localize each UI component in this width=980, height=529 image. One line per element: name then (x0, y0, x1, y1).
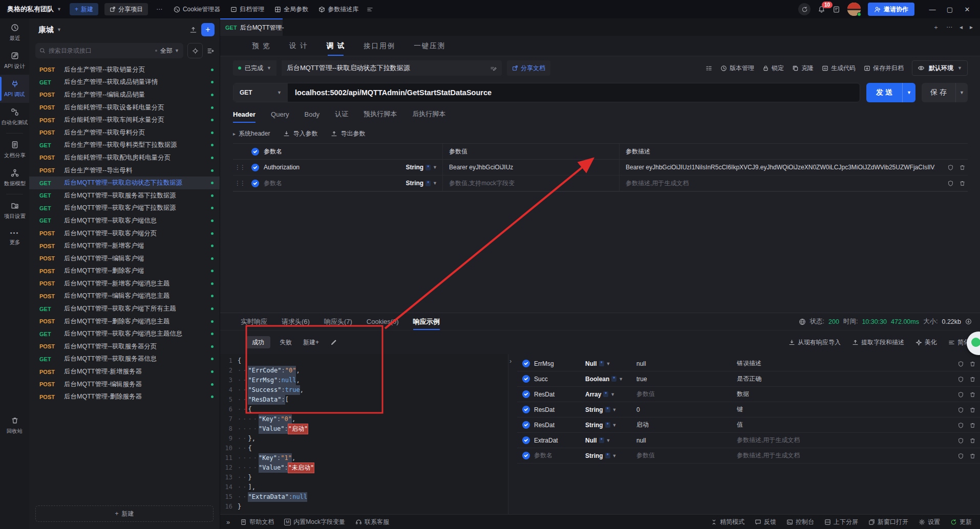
tab-more-button[interactable]: ⋯ (946, 24, 952, 31)
example-edit-button[interactable] (328, 339, 339, 346)
field-name[interactable]: ErrMsg (534, 360, 581, 367)
api-list-item[interactable]: GET 后台MQTT管理--获取服务器信息 (29, 353, 220, 366)
export-params-button[interactable]: 导出参数 (331, 129, 365, 138)
api-list-item[interactable]: POST 后台MQTT管理--获取客户端分页 (29, 227, 220, 240)
field-description[interactable]: 数据 (737, 390, 943, 399)
notifications-button[interactable]: 10 (818, 5, 825, 13)
project-name[interactable]: 康城 (38, 25, 54, 35)
generate-code-button[interactable]: 生成代码 (822, 64, 856, 73)
advanced-settings-icon[interactable] (957, 390, 964, 398)
rail-item-api-debug[interactable]: API 调试 (0, 75, 29, 103)
tab-auth[interactable]: 认证 (335, 106, 348, 122)
field-description[interactable]: 是否正确 (737, 374, 943, 383)
param-value-input[interactable]: Bearer eyJhbGciOiJIUz (443, 160, 620, 175)
api-list-item[interactable]: POST 后台MQTT管理--删除客户端 (29, 265, 220, 278)
advanced-settings-icon[interactable] (947, 164, 954, 171)
console-button[interactable]: 控制台 (786, 518, 814, 526)
delete-field-icon[interactable] (969, 375, 976, 382)
advanced-settings-icon[interactable] (957, 375, 964, 382)
delete-field-icon[interactable] (969, 390, 976, 398)
tab-cookies[interactable]: Cookies(0) (367, 313, 399, 330)
api-name-field[interactable]: 后台MQTT管理--获取启动状态下拉数据源 (282, 60, 502, 76)
param-desc-input[interactable]: Bearer eyJhbGciOiJIUzI1NiIsInR5cCI6IkpXV… (620, 160, 935, 175)
field-name[interactable]: 参数名 (534, 451, 581, 460)
param-value-input[interactable]: 参数值,支持mock字段变 (443, 175, 620, 191)
api-list-item[interactable]: POST 后台MQTT管理--新增客户端消息主题 (29, 277, 220, 290)
api-list-item[interactable]: GET 后台MQTT管理--获取服务器下拉数据源 (29, 189, 220, 202)
system-header-toggle[interactable]: ▸ 系统header (233, 129, 270, 138)
contact-support-button[interactable]: 联系客服 (355, 518, 389, 526)
field-type-select[interactable]: String*▼ (585, 406, 632, 413)
field-type-select[interactable]: String*▼ (585, 422, 632, 429)
api-list-item[interactable]: POST 后台MQTT管理--编辑客户端消息主题 (29, 290, 220, 303)
drag-handle[interactable]: ⋮⋮ (233, 164, 246, 171)
save-options-dropdown[interactable]: ▼ (955, 83, 968, 102)
maximize-button[interactable]: ▢ (942, 3, 957, 16)
api-list-item[interactable]: POST 后台MQTT管理-删除服务器 (29, 390, 220, 403)
send-button[interactable]: 发 送 ▼ (866, 83, 915, 102)
param-desc-input[interactable]: 参数描述,用于生成文档 (620, 175, 935, 191)
field-description[interactable]: 参数描述,用于生成文档 (737, 451, 943, 460)
advanced-settings-icon[interactable] (947, 180, 954, 187)
advanced-settings-icon[interactable] (957, 406, 964, 413)
rail-item-recent[interactable]: 最近 (0, 18, 29, 47)
rail-item-more[interactable]: ••• 更多 (0, 225, 29, 251)
rail-item-automation-test[interactable]: 自动化测试 (0, 103, 29, 131)
extract-fields-button[interactable]: 提取字段和描述 (852, 338, 904, 347)
clone-button[interactable]: 克隆 (792, 64, 814, 73)
filter-all-dropdown[interactable]: 全部 ▼ (160, 47, 179, 55)
send-options-dropdown[interactable]: ▼ (902, 83, 915, 102)
download-icon[interactable] (965, 318, 972, 325)
api-list-item[interactable]: POST 后台MQTT管理--编辑客户端 (29, 252, 220, 265)
api-list-item[interactable]: POST 后台生产管理--获取销量分页 (29, 63, 220, 76)
select-all-checkbox[interactable] (251, 148, 259, 156)
rail-item-api-design[interactable]: API 设计 (0, 47, 29, 75)
rail-item-data-model[interactable]: 数据模型 (0, 164, 29, 192)
row-checkbox[interactable] (251, 180, 259, 187)
field-type-select[interactable]: Boolean*▼ (585, 376, 632, 383)
rail-item-recycle-bin[interactable]: 回收站 (0, 411, 29, 439)
rail-item-project-settings[interactable]: 项目设置 (0, 196, 29, 225)
global-params-button[interactable]: 全局参数 (272, 5, 310, 14)
tab-debug[interactable]: 调 试 (327, 36, 346, 56)
import-from-response-button[interactable]: 从现有响应导入 (789, 338, 841, 347)
field-value[interactable]: null (636, 360, 733, 367)
lock-button[interactable]: 锁定 (762, 64, 784, 73)
api-list-item[interactable]: GET 后台MQTT管理--获取客户端下拉数据源 (29, 202, 220, 215)
api-list-item[interactable]: POST 后台MQTT管理-编辑服务器 (29, 378, 220, 391)
api-list-item[interactable]: POST 后台MQTT管理--删除客户端消息主题 (29, 315, 220, 328)
import-export-button[interactable] (189, 26, 197, 33)
field-name[interactable]: ExtraDat (534, 437, 581, 444)
delete-row-icon[interactable] (959, 180, 966, 187)
compact-mode-button[interactable]: 精简模式 (711, 518, 744, 526)
example-fail-chip[interactable]: 失败 (278, 338, 294, 347)
tab-response-headers[interactable]: 响应头(7) (324, 313, 352, 330)
new-api-button[interactable]: + 新建 (35, 505, 214, 522)
api-list-item[interactable]: POST 后台MQTT管理--新增客户端 (29, 239, 220, 252)
tab-prev-button[interactable]: ◂ (960, 24, 963, 31)
panel-divider[interactable]: › (508, 354, 517, 514)
method-select[interactable]: GET ▼ (233, 83, 288, 102)
field-checkbox[interactable] (522, 421, 530, 429)
document-tab[interactable]: GET 后台MQTT管理- (220, 18, 283, 36)
changelog-icon[interactable] (833, 6, 840, 13)
split-screen-button[interactable]: 上下分屏 (824, 518, 858, 526)
field-value[interactable]: 0 (636, 406, 733, 413)
cookie-manager-button[interactable]: Cookie管理器 (172, 5, 222, 14)
param-type-select[interactable]: String*▼ (406, 164, 438, 171)
field-checkbox[interactable] (522, 406, 530, 413)
field-name[interactable]: Succ (534, 376, 581, 383)
field-type-select[interactable]: Array*▼ (585, 391, 632, 398)
tab-live-response[interactable]: 实时响应 (241, 313, 267, 330)
outline-button[interactable] (706, 65, 712, 72)
close-button[interactable]: ✕ (960, 3, 975, 16)
advanced-settings-icon[interactable] (957, 436, 964, 444)
api-list-item[interactable]: POST 后台MQTT管理-新增服务器 (29, 365, 220, 378)
team-switcher[interactable]: 奥格的私有团队 ▼ (5, 5, 63, 14)
save-button[interactable]: 保 存 ▼ (922, 83, 968, 102)
field-name[interactable]: ResDat (534, 422, 581, 429)
advanced-settings-icon[interactable] (957, 421, 964, 428)
field-type-select[interactable]: String*▼ (585, 452, 632, 459)
api-list-item[interactable]: GET 后台MQTT管理--获取启动状态下拉数据源 (29, 177, 220, 189)
beautify-button[interactable]: 美化 (915, 338, 937, 347)
